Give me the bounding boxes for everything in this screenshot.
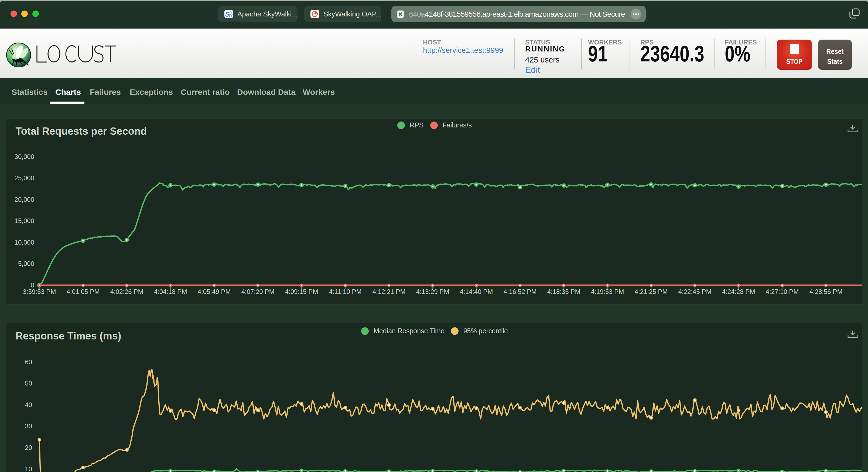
svg-text:4:01:05 PM: 4:01:05 PM: [67, 288, 100, 295]
svg-text:30,000: 30,000: [14, 153, 34, 160]
svg-text:15,000: 15,000: [14, 217, 34, 225]
svg-text:4:05:49 PM: 4:05:49 PM: [198, 288, 231, 295]
svg-text:4:19:53 PM: 4:19:53 PM: [591, 288, 624, 295]
svg-text:4:09:15 PM: 4:09:15 PM: [285, 288, 318, 295]
svg-text:40: 40: [25, 401, 32, 408]
svg-text:50: 50: [25, 380, 32, 387]
svg-text:4:11:10 PM: 4:11:10 PM: [329, 288, 362, 295]
svg-text:5,000: 5,000: [18, 260, 34, 267]
svg-text:4:18:35 PM: 4:18:35 PM: [547, 288, 581, 295]
svg-text:10,000: 10,000: [14, 239, 34, 246]
svg-text:30: 30: [25, 423, 32, 430]
svg-text:20: 20: [25, 444, 32, 451]
svg-text:25,000: 25,000: [14, 174, 34, 181]
svg-text:4:16:52 PM: 4:16:52 PM: [504, 288, 537, 295]
svg-text:20,000: 20,000: [14, 196, 34, 203]
svg-text:w: w: [229, 12, 233, 18]
svg-text:3:59:53 PM: 3:59:53 PM: [23, 288, 56, 295]
svg-text:4:13:29 PM: 4:13:29 PM: [416, 288, 450, 295]
svg-text:60: 60: [25, 358, 32, 366]
svg-text:4:14:40 PM: 4:14:40 PM: [460, 288, 493, 295]
svg-text:4:12:21 PM: 4:12:21 PM: [372, 288, 406, 295]
svg-text:4:04:18 PM: 4:04:18 PM: [154, 288, 187, 295]
svg-text:4:02:26 PM: 4:02:26 PM: [110, 288, 144, 295]
svg-text:4:28:56 PM: 4:28:56 PM: [809, 288, 843, 295]
svg-text:4:27:10 PM: 4:27:10 PM: [766, 288, 799, 295]
svg-text:4:22:45 PM: 4:22:45 PM: [678, 288, 712, 295]
svg-text:0: 0: [31, 281, 34, 289]
svg-text:4:24:28 PM: 4:24:28 PM: [722, 288, 755, 295]
svg-text:4:07:20 PM: 4:07:20 PM: [241, 288, 275, 295]
svg-text:4:21:25 PM: 4:21:25 PM: [635, 288, 668, 295]
svg-text:10: 10: [25, 465, 32, 472]
